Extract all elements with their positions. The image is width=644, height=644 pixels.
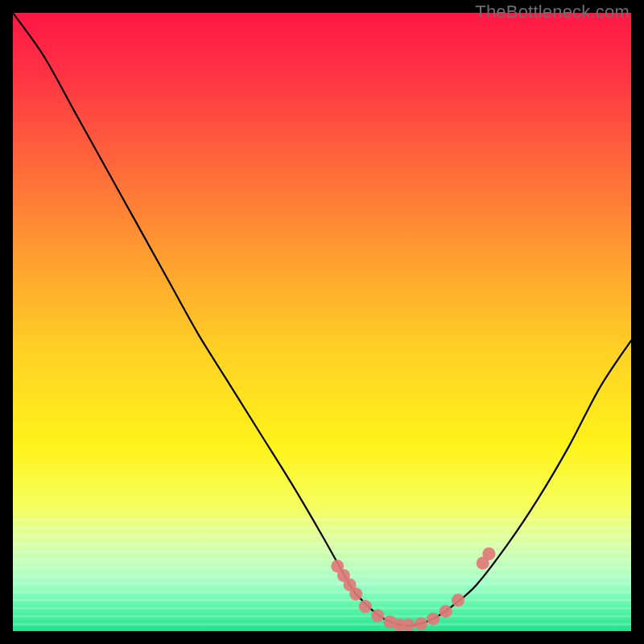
plot-area	[13, 13, 631, 631]
svg-rect-1	[13, 526, 631, 529]
svg-rect-10	[13, 599, 631, 601]
svg-rect-13	[13, 623, 631, 625]
svg-rect-5	[13, 559, 631, 561]
svg-rect-6	[13, 567, 631, 569]
data-point	[440, 605, 452, 617]
svg-rect-12	[13, 615, 631, 617]
data-point	[371, 609, 384, 622]
data-point	[415, 617, 427, 630]
svg-rect-7	[13, 575, 631, 577]
gradient-background	[13, 13, 631, 631]
bottleneck-chart	[13, 13, 631, 631]
svg-rect-4	[13, 551, 631, 553]
watermark-label: TheBottleneck.com	[475, 2, 630, 23]
chart-frame: TheBottleneck.com	[0, 0, 644, 644]
svg-rect-3	[13, 543, 631, 545]
svg-rect-11	[13, 607, 631, 609]
data-point	[402, 618, 415, 631]
data-point	[349, 588, 362, 601]
data-point	[359, 600, 372, 613]
data-point	[482, 547, 495, 560]
svg-rect-8	[13, 583, 631, 585]
data-point	[427, 613, 440, 625]
data-point	[452, 594, 464, 607]
svg-rect-0	[13, 518, 631, 521]
svg-rect-9	[13, 591, 631, 593]
